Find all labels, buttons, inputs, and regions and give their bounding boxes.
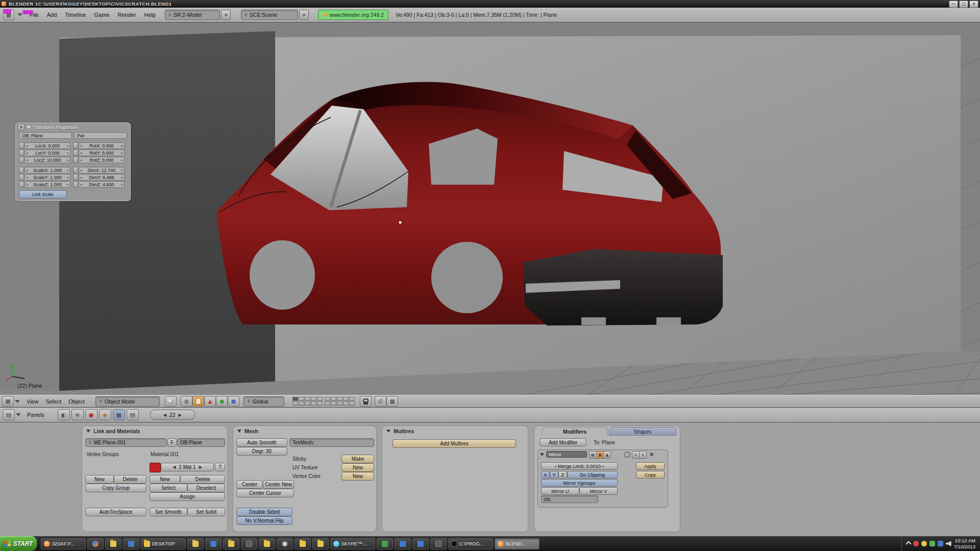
autotexspace-button[interactable]: AutoTexSpace [85,508,146,516]
decrement-arrow-icon[interactable]: ◀ [173,465,176,469]
menu-object[interactable]: Object [65,398,88,405]
layer-toggle[interactable] [299,397,304,401]
move-down-icon[interactable]: ∨ [639,451,647,459]
delete-material-button[interactable]: Delete [180,475,225,484]
taskbar-button[interactable] [87,538,104,549]
editing-buttons-icon[interactable]: ▦ [113,409,125,420]
select-button[interactable]: Select [150,484,187,492]
transform-properties-panel[interactable]: × Transform Properties OB: Plane Par: Lo… [15,122,131,201]
lock-icon[interactable] [73,157,78,163]
collapse-triangle-icon[interactable] [16,413,21,416]
viewport-3d[interactable]: × Transform Properties OB: Plane Par: Lo… [0,22,980,395]
merge-limit-field[interactable]: Merge Limit: 0.0010 [541,462,618,470]
axis-x-toggle[interactable]: X [541,471,550,479]
do-clipping-toggle[interactable]: Do Clipping [567,471,618,479]
editor-type-icon[interactable]: ▤ [3,409,15,420]
tray-app-yellow-icon[interactable] [921,541,927,546]
mirror-v-toggle[interactable]: Mirror V [579,487,618,495]
axis-y-toggle[interactable]: Y [550,471,558,479]
lock-icon[interactable] [19,142,24,149]
taskbar-button[interactable]: SKYPE™-... [330,538,375,549]
parent-field[interactable]: Par: [74,132,127,139]
center-new-button[interactable]: Center New [263,480,294,489]
mirror-object-field[interactable]: Ob: [541,495,598,503]
dimx-field[interactable]: DimX: 12.740 [79,167,125,173]
mirror-vgroups-toggle[interactable]: Mirror Vgroups [541,479,618,487]
layer-toggle[interactable] [317,397,323,401]
start-button[interactable]: START [0,536,37,551]
add-modifier-button[interactable]: Add Modifier [540,438,586,446]
lock-icon[interactable] [19,149,24,156]
layer-group[interactable] [325,397,355,406]
editor-type-icon[interactable]: ▦ [2,396,14,407]
lock-icon[interactable] [73,174,78,181]
lock-icon[interactable] [19,174,24,181]
layer-toggle[interactable] [325,402,330,406]
lock-icon[interactable] [73,181,78,188]
tab-shapes[interactable]: Shapes [609,427,676,436]
menu-help[interactable]: Help [140,8,160,22]
pivot-point-icon[interactable]: ◎ [181,396,192,407]
mirror-u-toggle[interactable]: Mirror U [541,487,579,495]
double-sided-button[interactable]: Double Sided [236,508,292,516]
object-name-field[interactable]: OB:Plane [177,438,225,447]
menu-add[interactable]: Add [43,8,61,22]
taskbar-button[interactable] [105,538,121,549]
layer-toggle[interactable] [292,402,298,406]
tab-modifiers[interactable]: Modifiers [542,427,608,436]
modifier-collapse-icon[interactable] [540,453,544,456]
collapse-triangle-icon[interactable] [15,400,20,403]
copy-button[interactable]: Copy [636,471,665,479]
taskbar-button[interactable] [430,538,447,549]
fake-user-button[interactable]: F [167,438,177,447]
increment-arrow-icon[interactable]: ▶ [199,465,202,469]
set-smooth-button[interactable]: Set Smooth [150,508,187,516]
lock-icon[interactable] [360,396,372,407]
panel-collapse-icon[interactable] [86,430,90,433]
tray-chevron-icon[interactable] [905,541,911,546]
collapse-triangle-icon[interactable] [17,13,22,16]
screen-close-button[interactable]: × [221,10,231,20]
roty-field[interactable]: RotY: 0.000 [79,149,125,156]
assign-button[interactable]: Assign [150,492,225,501]
auto-smooth-button[interactable]: Auto Smooth [236,438,287,447]
taskbar-button[interactable] [312,538,329,549]
taskbar-button[interactable] [223,538,239,549]
delete-modifier-icon[interactable]: × [648,451,655,458]
lock-icon[interactable] [19,181,24,188]
dimz-field[interactable]: DimZ: 4.830 [79,181,125,188]
menu-game[interactable]: Game [90,8,113,22]
material-index-field[interactable]: ◀2 Mat 1▶ [161,463,214,471]
script-buttons-icon[interactable]: ≡ [71,409,84,420]
degr-slider[interactable]: Degr: 30 [236,447,287,456]
layer-toggle[interactable] [331,397,336,401]
rotx-field[interactable]: RotX: 0.000 [79,142,125,149]
close-button[interactable]: × [969,1,978,8]
new-material-button[interactable]: New [150,475,180,484]
realtime-toggle-icon[interactable]: ▣ [596,451,604,459]
taskbar-button[interactable] [395,538,411,549]
center-button[interactable]: Center [236,480,263,489]
taskbar-clock[interactable]: 10:12 AM 7/10/2013 [954,538,975,550]
apply-button[interactable]: Apply [636,462,665,470]
taskbar-button[interactable]: BLEND... [495,538,540,549]
scalez-field[interactable]: ScaleZ: 1.000 [24,181,70,188]
taskbar-button[interactable] [187,538,204,549]
viewport-3d-scene[interactable] [0,22,980,395]
menu-view[interactable]: View [23,398,42,405]
lock-icon[interactable] [73,142,78,149]
link-scale-button[interactable]: Link Scale [19,190,67,198]
make-sticky-button[interactable]: Make [341,455,374,463]
no-vnormal-flip-button[interactable]: No V.Normal Flip [236,516,292,525]
layer-toggle[interactable] [349,397,355,401]
lock-icon[interactable] [73,149,78,156]
taskbar-button[interactable] [377,538,393,549]
locx-field[interactable]: LocX: 0.000 [24,142,70,149]
manipulator-toggle-icon[interactable] [192,396,204,407]
deselect-button[interactable]: Deselect [187,484,225,492]
taskbar-button[interactable]: 3ZSKF.P... [41,538,86,549]
tray-network-icon[interactable] [938,541,943,546]
frame-number-field[interactable]: ◀ 22 ▶ [150,410,195,420]
translate-manipulator-icon[interactable]: ▲ [204,396,216,407]
lock-icon[interactable] [19,167,24,173]
